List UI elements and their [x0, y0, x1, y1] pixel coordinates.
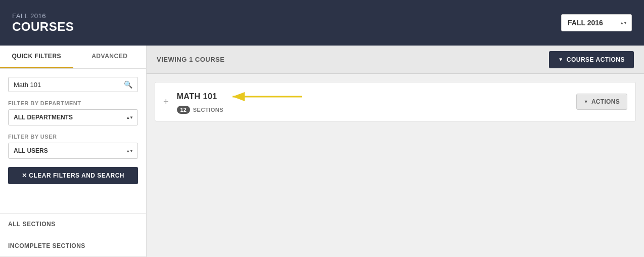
sections-label: SECTIONS [193, 107, 223, 113]
filter-user-select[interactable]: ALL USERS [8, 143, 138, 159]
header-right: FALL 2016 SPRING 2016 FALL 2015 [561, 14, 632, 31]
actions-label: ACTIONS [591, 98, 620, 105]
page-title: COURSES [12, 20, 74, 34]
semester-select-wrapper[interactable]: FALL 2016 SPRING 2016 FALL 2015 [561, 14, 632, 31]
sidebar-filters: 🔍 FILTER BY DEPARTMENT ALL DEPARTMENTS F… [0, 69, 146, 213]
course-actions-button[interactable]: COURSE ACTIONS [549, 51, 634, 68]
expand-course-icon[interactable]: + [163, 97, 169, 107]
course-actions-label: COURSE ACTIONS [567, 56, 625, 63]
course-item-actions-button[interactable]: ACTIONS [576, 94, 627, 110]
search-input[interactable] [14, 81, 124, 89]
filter-user-wrapper[interactable]: ALL USERS [8, 143, 138, 159]
sections-badge: 12 [177, 106, 190, 114]
viewing-label: VIEWING 1 COURSE [157, 56, 224, 63]
sidebar-tabs: QUICK FILTERS ADVANCED [0, 46, 146, 69]
semester-select[interactable]: FALL 2016 SPRING 2016 FALL 2015 [561, 14, 632, 31]
search-box[interactable]: 🔍 [8, 77, 138, 92]
semester-label: FALL 2016 [12, 12, 74, 20]
tab-advanced[interactable]: ADVANCED [73, 46, 147, 68]
sidebar-bottom: ALL SECTIONS INCOMPLETE SECTIONS [0, 213, 146, 257]
clear-filters-label: ✕ CLEAR FILTERS AND SEARCH [22, 172, 124, 179]
content-header: VIEWING 1 COURSE COURSE ACTIONS [147, 46, 644, 74]
sidebar: QUICK FILTERS ADVANCED 🔍 FILTER BY DEPAR… [0, 46, 147, 257]
content-area: VIEWING 1 COURSE COURSE ACTIONS + MATH 1… [147, 46, 644, 257]
tab-quick-filters[interactable]: QUICK FILTERS [0, 46, 73, 68]
clear-filters-button[interactable]: ✕ CLEAR FILTERS AND SEARCH [8, 167, 138, 184]
main-layout: QUICK FILTERS ADVANCED 🔍 FILTER BY DEPAR… [0, 46, 644, 257]
course-info: MATH 101 12 SECTI [177, 90, 576, 114]
course-list: + MATH 101 [147, 74, 644, 257]
filter-department-select[interactable]: ALL DEPARTMENTS [8, 109, 138, 125]
all-sections-item[interactable]: ALL SECTIONS [0, 213, 146, 235]
search-icon: 🔍 [124, 80, 132, 89]
course-card: + MATH 101 [155, 82, 636, 121]
course-name: MATH 101 [177, 90, 576, 104]
filter-department-wrapper[interactable]: ALL DEPARTMENTS [8, 109, 138, 125]
arrow-annotation [223, 90, 304, 104]
app-header: FALL 2016 COURSES FALL 2016 SPRING 2016 … [0, 0, 644, 46]
header-title-block: FALL 2016 COURSES [12, 12, 74, 34]
course-sections: 12 SECTIONS [177, 106, 576, 114]
filter-user-label: FILTER BY USER [8, 134, 138, 140]
filter-department-label: FILTER BY DEPARTMENT [8, 100, 138, 106]
incomplete-sections-item[interactable]: INCOMPLETE SECTIONS [0, 235, 146, 257]
